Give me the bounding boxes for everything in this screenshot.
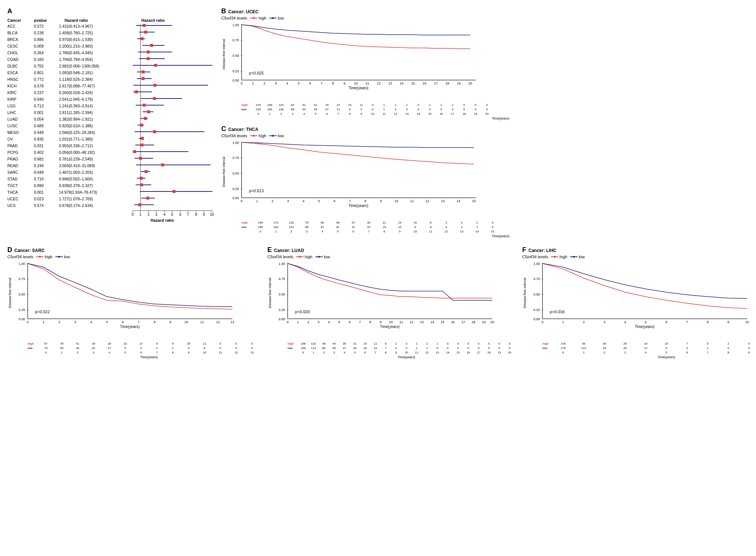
panel-c-pvalue: p=0.013 <box>249 189 264 193</box>
svg-text:6: 6 <box>309 82 311 85</box>
svg-text:0.00: 0.00 <box>232 196 239 200</box>
svg-text:6: 6 <box>333 199 335 203</box>
panel-b-xlabel: Time(years) <box>349 86 368 90</box>
svg-text:6: 6 <box>665 320 667 324</box>
svg-text:18: 18 <box>472 320 475 324</box>
row-lusc-cancer: LUSC <box>7 124 18 128</box>
row-esca-cancer: ESCA <box>7 70 18 75</box>
row-esca-hr: 1.093(0.548–2.181) <box>59 70 93 75</box>
row-luad-hr: 1.382(0.994–1.921) <box>59 117 93 121</box>
svg-text:0: 0 <box>541 320 543 324</box>
svg-text:12: 12 <box>216 320 220 324</box>
svg-text:0.00: 0.00 <box>232 79 239 82</box>
row-paad-cancer: PAAD <box>7 144 18 148</box>
row-chol-pval: 0.264 <box>34 51 44 55</box>
fp-square-prad <box>139 157 142 160</box>
row-lgg-pval: 0.713 <box>34 104 44 108</box>
panel-b-low-curve <box>242 25 470 35</box>
main-container: A Cancer pvalue Hazard ratio Hazard rati… <box>7 7 749 360</box>
row-thca-pval: 0.001 <box>34 190 44 194</box>
row-tgct-pval: 0.890 <box>34 183 44 188</box>
panel-e-risk-table: high 1681324844262115116131210000000 low… <box>288 342 515 360</box>
fp-square-brca <box>141 37 143 40</box>
svg-text:7: 7 <box>686 320 688 324</box>
row-paad-pval: 0.931 <box>34 144 44 148</box>
fp-square-cesc <box>150 44 153 47</box>
panel-e-cancer: Cancer: LUAD <box>274 248 304 253</box>
panel-c-legend-high: high <box>250 134 266 138</box>
svg-text:3: 3 <box>275 82 277 85</box>
header-cancer: Cancer <box>7 18 21 23</box>
row-kich-cancer: KICH <box>7 84 17 88</box>
svg-text:13: 13 <box>441 199 445 203</box>
svg-text:10: 10 <box>354 82 358 85</box>
row-acc-hr: 1.432(0.413–4.967) <box>59 24 93 28</box>
svg-text:0.50: 0.50 <box>533 293 540 296</box>
svg-text:2: 2 <box>271 199 273 203</box>
row-pcpg-pval: 0.402 <box>34 150 44 155</box>
panel-d-low-curve <box>28 263 232 307</box>
svg-text:20: 20 <box>468 82 472 85</box>
row-prad-pval: 0.682 <box>34 157 44 161</box>
fp-square-ucec <box>146 197 149 200</box>
svg-text:9: 9 <box>727 320 729 324</box>
svg-text:1.00: 1.00 <box>232 141 239 145</box>
svg-text:4: 4 <box>328 320 330 324</box>
svg-text:8: 8 <box>364 199 366 203</box>
svg-text:6: 6 <box>122 320 124 324</box>
svg-text:8: 8 <box>369 320 371 324</box>
row-luad-pval: 0.054 <box>34 117 44 121</box>
header-hr-text: Hazard ratio <box>65 18 88 23</box>
x-tick-0: 0 <box>132 213 134 217</box>
svg-text:0: 0 <box>240 82 242 85</box>
x-tick-4: 4 <box>163 213 166 217</box>
svg-text:1.00: 1.00 <box>278 262 285 266</box>
row-esca-pval: 0.801 <box>34 70 44 75</box>
fp-square-tgct <box>140 183 143 186</box>
row-ov-cancer: OV <box>7 137 13 141</box>
svg-text:12: 12 <box>426 199 429 203</box>
row-ucec-pval: 0.023 <box>34 197 44 201</box>
svg-text:16: 16 <box>451 320 455 324</box>
svg-text:9: 9 <box>380 199 382 203</box>
row-pcpg-hr: 0.056(0.000–48.192) <box>59 150 95 155</box>
row-stad-hr: 0.896(0.502–1.600) <box>59 177 93 181</box>
panel-a: A Cancer pvalue Hazard ratio Hazard rati… <box>7 7 214 224</box>
svg-text:0.25: 0.25 <box>278 308 285 312</box>
svg-text:Time(years): Time(years) <box>120 325 140 329</box>
row-coad-pval: 0.160 <box>34 57 44 62</box>
row-kirp-hr: 2.541(1.045–6.179) <box>59 97 93 101</box>
svg-point-123 <box>299 256 301 258</box>
svg-point-55 <box>253 135 255 137</box>
panel-c-cancer: Cancer: THCA <box>228 127 258 132</box>
panel-b-risk-xlabel: Time(years) <box>242 116 749 121</box>
panel-d-label: D <box>7 246 12 254</box>
panel-e-subtitle: C5orf34 levels <box>267 255 293 259</box>
svg-text:15: 15 <box>472 199 476 203</box>
row-coad-hr: 1.794(0.794–4.054) <box>59 57 93 62</box>
svg-text:0: 0 <box>287 320 288 324</box>
panel-f-cancer: Cancer: LIHC <box>528 248 556 253</box>
fp-square-luad <box>144 117 147 120</box>
svg-text:4: 4 <box>302 199 304 203</box>
row-stad-cancer: STAD <box>7 177 18 181</box>
svg-text:0.25: 0.25 <box>533 308 540 312</box>
row-chol-cancer: CHOL <box>7 51 18 55</box>
svg-text:0.75: 0.75 <box>232 156 239 160</box>
row-kich-hr: 2.617(0.088–77.467) <box>59 84 95 88</box>
panel-e: E Cancer: LUAD C5orf34 levels high low 1… <box>267 246 515 360</box>
row-ucec-cancer: UCEC <box>7 197 18 201</box>
svg-text:16: 16 <box>423 82 426 85</box>
x-tick-5: 5 <box>171 213 173 217</box>
svg-text:4: 4 <box>624 320 626 324</box>
row-meso-cancer: MESO <box>7 130 19 135</box>
panel-f-label: F <box>522 246 526 254</box>
svg-text:1.00: 1.00 <box>533 262 540 266</box>
panel-f-risk-table: high 178843929181075200 low 179112452512… <box>542 342 756 360</box>
panel-c-chart: 1.00 0.75 0.50 0.25 0.00 Disease-free in… <box>221 139 479 220</box>
svg-text:11: 11 <box>399 320 403 324</box>
svg-text:0.50: 0.50 <box>278 293 285 296</box>
row-blca-cancer: BLCA <box>7 31 17 35</box>
panel-b-high-curve <box>242 25 470 49</box>
svg-text:0.75: 0.75 <box>533 277 540 281</box>
